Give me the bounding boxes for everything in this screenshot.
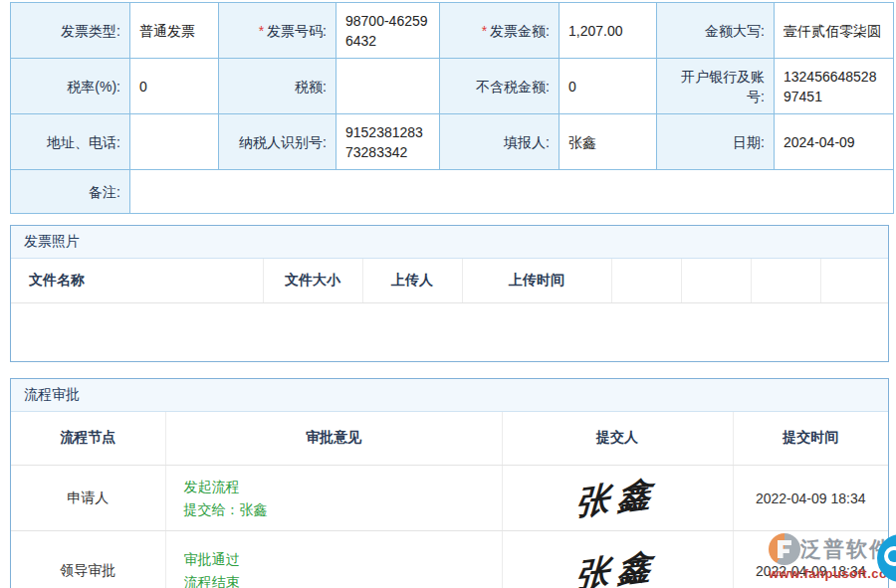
remark-label-cell: 备注:: [11, 170, 130, 214]
filler-label: 填报人:: [504, 134, 550, 150]
invoice-row-2: 税率(%): 0 税额: 不含税金额: 0 开户银行及账号: 132456648…: [11, 59, 894, 114]
filler-label-cell: 填报人:: [440, 114, 560, 170]
opinion-start-flow: 发起流程: [184, 476, 496, 498]
invoice-number-label: 发票号码:: [267, 23, 327, 39]
submitter-signature-cell: 张鑫: [502, 466, 733, 531]
approval-flow-table: 流程节点 审批意见 提交人 提交时间 申请人 发起流程 提交给：张鑫 张鑫 20…: [11, 412, 888, 588]
invoice-photo-panel: 发票照片 文件名称 文件大小 上传人 上传时间: [10, 225, 889, 362]
filler-value: 张鑫: [560, 114, 657, 170]
approval-flow-panel-title: 流程审批: [11, 379, 888, 412]
bank-account-label-cell: 开户银行及账号:: [657, 59, 775, 114]
approval-opinion-cell: 审批通过 流程结束: [165, 531, 502, 588]
address-phone-label-cell: 地址、电话:: [11, 114, 130, 170]
flow-node-applicant: 申请人: [11, 466, 165, 531]
invoice-amount-label-cell: *发票金额:: [440, 3, 560, 59]
bank-account-label: 开户银行及账号:: [681, 69, 765, 104]
tax-rate-label-cell: 税率(%):: [11, 59, 130, 114]
invoice-row-3: 地址、电话: 纳税人识别号: 915238128373283342 填报人: 张…: [11, 114, 894, 170]
column-header-submit-time: 提交时间: [733, 412, 888, 466]
taxpayer-id-label-cell: 纳税人识别号:: [219, 114, 336, 170]
address-phone-label: 地址、电话:: [47, 134, 120, 150]
tax-amount-label-cell: 税额:: [219, 59, 336, 114]
approval-row-applicant: 申请人 发起流程 提交给：张鑫 张鑫 2022-04-09 18:34: [11, 466, 888, 531]
excl-tax-label: 不含税金额:: [476, 79, 550, 95]
column-header-file-size: 文件大小: [263, 259, 362, 302]
taxpayer-id-label: 纳税人识别号:: [239, 134, 327, 150]
invoice-amount-label: 发票金额:: [490, 23, 550, 39]
invoice-amount-value: 1,207.00: [560, 3, 657, 59]
approval-table-header-row: 流程节点 审批意见 提交人 提交时间: [11, 412, 888, 466]
invoice-photo-panel-title: 发票照片: [11, 226, 888, 259]
submit-time: 2022-04-09 18:34: [733, 531, 888, 588]
photo-table-header-row: 文件名称 文件大小 上传人 上传时间: [11, 259, 888, 302]
remark-label: 备注:: [89, 184, 120, 200]
tax-amount-label: 税额:: [295, 79, 327, 95]
required-asterisk: *: [259, 23, 264, 39]
amount-words-label-cell: 金额大写:: [657, 3, 775, 59]
excl-tax-label-cell: 不含税金额:: [440, 59, 560, 114]
column-header-submitter: 提交人: [502, 412, 733, 466]
tax-amount-value: [336, 59, 440, 114]
taxpayer-id-value: 915238128373283342: [336, 114, 440, 170]
bank-account-value: 13245664852897451: [775, 59, 894, 114]
column-header-file-name: 文件名称: [11, 259, 263, 302]
address-phone-value: [130, 114, 219, 170]
column-header-empty-2: [681, 259, 751, 302]
invoice-type-label: 发票类型:: [61, 23, 120, 39]
excl-tax-value: 0: [560, 59, 657, 114]
column-header-uploader: 上传人: [362, 259, 462, 302]
approval-flow-panel: 流程审批 流程节点 审批意见 提交人 提交时间 申请人 发起流程 提交给：张鑫 …: [10, 378, 889, 588]
invoice-type-value: 普通发票: [130, 3, 219, 59]
amount-words-label: 金额大写:: [705, 23, 765, 39]
tax-rate-label: 税率(%):: [67, 79, 120, 95]
opinion-flow-end: 流程结束: [184, 571, 496, 588]
handwritten-signature: 张鑫: [574, 470, 660, 526]
column-header-empty-1: [611, 259, 681, 302]
invoice-row-remark: 备注:: [11, 170, 894, 214]
flow-node-leader: 领导审批: [11, 531, 165, 588]
opinion-submitted-to: 提交给：张鑫: [184, 498, 496, 521]
submitter-signature-cell: 张鑫: [502, 531, 733, 588]
tax-rate-value: 0: [130, 59, 219, 114]
required-asterisk: *: [482, 23, 487, 39]
opinion-approved: 审批通过: [184, 548, 496, 571]
invoice-detail-table: 发票类型: 普通发票 *发票号码: 98700-462596432 *发票金额:…: [10, 2, 894, 214]
date-value: 2024-04-09: [775, 114, 894, 170]
invoice-number-value: 98700-462596432: [336, 3, 440, 59]
column-header-upload-time: 上传时间: [462, 259, 611, 302]
invoice-row-1: 发票类型: 普通发票 *发票号码: 98700-462596432 *发票金额:…: [11, 3, 894, 59]
amount-words-value: 壹仟贰佰零柒圆: [775, 3, 894, 59]
column-header-empty-3: [751, 259, 820, 302]
invoice-photo-table: 文件名称 文件大小 上传人 上传时间: [11, 259, 888, 303]
remark-value: [130, 170, 894, 214]
submit-time: 2022-04-09 18:34: [733, 466, 888, 531]
photo-table-empty-body: [11, 303, 888, 361]
approval-opinion-cell: 发起流程 提交给：张鑫: [165, 466, 502, 531]
date-label: 日期:: [733, 134, 765, 150]
column-header-empty-4: [820, 259, 888, 302]
invoice-number-label-cell: *发票号码:: [219, 3, 336, 59]
approval-row-leader: 领导审批 审批通过 流程结束 张鑫 2022-04-09 18:34: [11, 531, 888, 588]
contact-icon: [884, 546, 896, 566]
column-header-approval-opinion: 审批意见: [165, 412, 502, 466]
column-header-flow-node: 流程节点: [11, 412, 165, 466]
invoice-type-label-cell: 发票类型:: [11, 3, 130, 59]
date-label-cell: 日期:: [657, 114, 775, 170]
handwritten-signature: 张鑫: [574, 542, 660, 588]
